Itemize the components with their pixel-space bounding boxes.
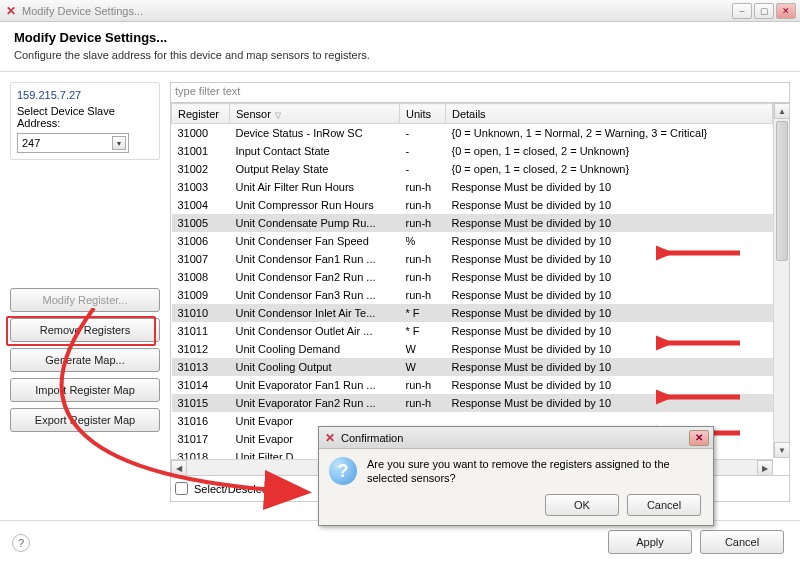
dialog-close-button[interactable]: ✕: [689, 430, 709, 446]
dialog-ok-button[interactable]: OK: [545, 494, 619, 516]
cell-details: {0 = open, 1 = closed, 2 = Unknown}: [446, 142, 773, 160]
cell-details: Response Must be divided by 10: [446, 178, 773, 196]
import-register-map-button[interactable]: Import Register Map: [10, 378, 160, 402]
table-row[interactable]: 31014Unit Evaporator Fan1 Run ...run-hRe…: [172, 376, 773, 394]
cell-sensor: Input Contact State: [230, 142, 400, 160]
window-titlebar: ✕ Modify Device Settings... – ▢ ✕: [0, 0, 800, 22]
cell-units: -: [400, 124, 446, 142]
scroll-down-icon[interactable]: ▼: [774, 442, 789, 458]
cell-details: Response Must be divided by 10: [446, 358, 773, 376]
table-row[interactable]: 31009Unit Condensor Fan3 Run ...run-hRes…: [172, 286, 773, 304]
dialog-titlebar: ✕ Confirmation ✕: [319, 427, 713, 449]
col-register[interactable]: Register: [172, 104, 230, 124]
cell-sensor: Unit Compressor Run Hours: [230, 196, 400, 214]
table-row[interactable]: 31002Output Relay State-{0 = open, 1 = c…: [172, 160, 773, 178]
slave-address-label: Select Device Slave Address:: [17, 105, 153, 129]
cell-units: -: [400, 160, 446, 178]
cell-reg: 31011: [172, 322, 230, 340]
dialog-cancel-button[interactable]: Cancel: [627, 494, 701, 516]
cell-reg: 31003: [172, 178, 230, 196]
cell-reg: 31009: [172, 286, 230, 304]
cell-details: {0 = open, 1 = closed, 2 = Unknown}: [446, 160, 773, 178]
cell-units: run-h: [400, 178, 446, 196]
cell-reg: 31004: [172, 196, 230, 214]
cell-details: Response Must be divided by 10: [446, 376, 773, 394]
scroll-right-icon[interactable]: ▶: [757, 460, 773, 475]
select-deselect-checkbox[interactable]: [175, 482, 188, 495]
cell-reg: 31005: [172, 214, 230, 232]
filter-input[interactable]: type filter text: [171, 83, 789, 103]
table-row[interactable]: 31008Unit Condensor Fan2 Run ...run-hRes…: [172, 268, 773, 286]
scroll-left-icon[interactable]: ◀: [171, 460, 187, 475]
cell-units: run-h: [400, 250, 446, 268]
dialog-message: Are you sure you want to remove the regi…: [367, 457, 703, 486]
table-row[interactable]: 31010Unit Condensor Inlet Air Te...* FRe…: [172, 304, 773, 322]
device-ip: 159.215.7.27: [17, 89, 153, 101]
export-register-map-button[interactable]: Export Register Map: [10, 408, 160, 432]
cell-units: * F: [400, 322, 446, 340]
cell-sensor: Unit Condensor Fan2 Run ...: [230, 268, 400, 286]
minimize-button[interactable]: –: [732, 3, 752, 19]
table-row[interactable]: 31004Unit Compressor Run Hoursrun-hRespo…: [172, 196, 773, 214]
page-title: Modify Device Settings...: [14, 30, 786, 45]
cell-reg: 31016: [172, 412, 230, 430]
cell-sensor: Unit Condensor Outlet Air ...: [230, 322, 400, 340]
table-row[interactable]: 31012Unit Cooling DemandWResponse Must b…: [172, 340, 773, 358]
cell-details: Response Must be divided by 10: [446, 286, 773, 304]
cell-sensor: Unit Cooling Demand: [230, 340, 400, 358]
window-title: Modify Device Settings...: [22, 5, 143, 17]
cell-units: -: [400, 142, 446, 160]
chevron-down-icon: ▾: [112, 136, 126, 150]
scroll-up-icon[interactable]: ▲: [774, 103, 789, 119]
register-table: Register Sensor▽ Units Details 31000Devi…: [171, 103, 773, 475]
cell-details: Response Must be divided by 10: [446, 340, 773, 358]
help-icon[interactable]: ?: [12, 534, 30, 552]
cell-reg: 31012: [172, 340, 230, 358]
scroll-thumb[interactable]: [776, 121, 788, 261]
dialog-title: Confirmation: [341, 432, 403, 444]
col-details[interactable]: Details: [446, 104, 773, 124]
cell-sensor: Unit Condensor Fan1 Run ...: [230, 250, 400, 268]
slave-address-select[interactable]: 247 ▾: [17, 133, 129, 153]
maximize-button[interactable]: ▢: [754, 3, 774, 19]
table-row[interactable]: 31000Device Status - InRow SC-{0 = Unkno…: [172, 124, 773, 142]
cell-details: Response Must be divided by 10: [446, 250, 773, 268]
table-row[interactable]: 31015Unit Evaporator Fan2 Run ...run-hRe…: [172, 394, 773, 412]
table-row[interactable]: 31011Unit Condensor Outlet Air ...* FRes…: [172, 322, 773, 340]
cell-reg: 31014: [172, 376, 230, 394]
cell-reg: 31001: [172, 142, 230, 160]
cell-details: Response Must be divided by 10: [446, 394, 773, 412]
cell-sensor: Unit Condensate Pump Ru...: [230, 214, 400, 232]
cell-reg: 31015: [172, 394, 230, 412]
generate-map-button[interactable]: Generate Map...: [10, 348, 160, 372]
apply-button[interactable]: Apply: [608, 530, 692, 554]
table-row[interactable]: 31007Unit Condensor Fan1 Run ...run-hRes…: [172, 250, 773, 268]
col-sensor[interactable]: Sensor▽: [230, 104, 400, 124]
modify-register-button[interactable]: Modify Register...: [10, 288, 160, 312]
cell-units: W: [400, 340, 446, 358]
cell-sensor: Output Relay State: [230, 160, 400, 178]
app-icon: ✕: [4, 4, 18, 18]
cell-details: Response Must be divided by 10: [446, 232, 773, 250]
page-subtitle: Configure the slave address for this dev…: [14, 49, 786, 61]
cell-sensor: Unit Air Filter Run Hours: [230, 178, 400, 196]
remove-registers-button[interactable]: Remove Registers: [10, 318, 160, 342]
table-row[interactable]: 31013Unit Cooling OutputWResponse Must b…: [172, 358, 773, 376]
vertical-scrollbar[interactable]: ▲ ▼: [773, 103, 789, 458]
cancel-button[interactable]: Cancel: [700, 530, 784, 554]
cell-details: Response Must be divided by 10: [446, 304, 773, 322]
close-button[interactable]: ✕: [776, 3, 796, 19]
cell-sensor: Unit Condenser Fan Speed: [230, 232, 400, 250]
cell-sensor: Device Status - InRow SC: [230, 124, 400, 142]
dialog-header: Modify Device Settings... Configure the …: [0, 22, 800, 72]
cell-units: run-h: [400, 286, 446, 304]
col-units[interactable]: Units: [400, 104, 446, 124]
slave-address-value: 247: [22, 137, 40, 149]
table-row[interactable]: 31006Unit Condenser Fan Speed%Response M…: [172, 232, 773, 250]
cell-sensor: Unit Condensor Inlet Air Te...: [230, 304, 400, 322]
cell-units: W: [400, 358, 446, 376]
table-row[interactable]: 31001Input Contact State-{0 = open, 1 = …: [172, 142, 773, 160]
table-row[interactable]: 31003Unit Air Filter Run Hoursrun-hRespo…: [172, 178, 773, 196]
cell-units: %: [400, 232, 446, 250]
table-row[interactable]: 31005Unit Condensate Pump Ru...run-hResp…: [172, 214, 773, 232]
